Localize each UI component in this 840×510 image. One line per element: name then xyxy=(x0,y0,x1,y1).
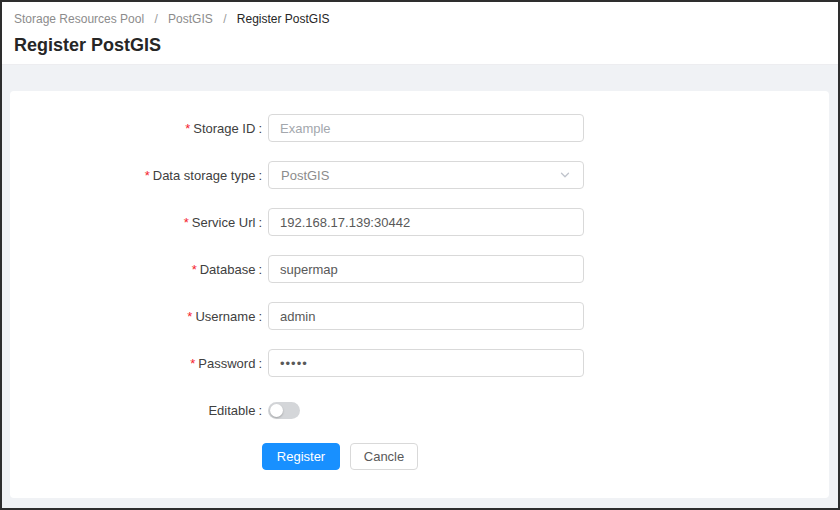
field-label-text: Password xyxy=(198,356,255,371)
label-colon: : xyxy=(258,168,262,183)
data-storage-type-select[interactable]: PostGIS xyxy=(268,161,584,189)
field-label-database: *Database: xyxy=(10,262,262,277)
toggle-knob xyxy=(270,404,283,417)
password-input[interactable] xyxy=(268,349,584,377)
breadcrumb-item-postgis[interactable]: PostGIS xyxy=(168,12,213,26)
required-asterisk: * xyxy=(187,309,192,324)
form-row-editable: Editable: xyxy=(10,396,829,424)
form-row-username: *Username: xyxy=(10,302,829,330)
label-colon: : xyxy=(258,215,262,230)
breadcrumb-separator: / xyxy=(154,12,157,26)
register-form-card: *Storage ID: *Data storage type: PostGIS xyxy=(10,91,829,498)
select-selected-value: PostGIS xyxy=(281,168,329,183)
app-window: Storage Resources Pool / PostGIS / Regis… xyxy=(0,0,840,510)
form-row-data-storage-type: *Data storage type: PostGIS xyxy=(10,161,829,189)
page-body: *Storage ID: *Data storage type: PostGIS xyxy=(2,65,838,508)
required-asterisk: * xyxy=(192,262,197,277)
breadcrumb-item-register-postgis: Register PostGIS xyxy=(237,12,330,26)
breadcrumb: Storage Resources Pool / PostGIS / Regis… xyxy=(14,11,826,27)
required-asterisk: * xyxy=(190,356,195,371)
chevron-down-icon xyxy=(559,169,571,181)
label-colon: : xyxy=(258,121,262,136)
label-colon: : xyxy=(258,403,262,418)
field-label-text: Username xyxy=(195,309,255,324)
cancel-button[interactable]: Cancle xyxy=(350,443,418,470)
editable-toggle[interactable] xyxy=(268,402,300,419)
field-label-text: Storage ID xyxy=(193,121,255,136)
database-input[interactable] xyxy=(268,255,584,283)
field-label-username: *Username: xyxy=(10,309,262,324)
required-asterisk: * xyxy=(184,215,189,230)
required-asterisk: * xyxy=(145,168,150,183)
form-row-storage-id: *Storage ID: xyxy=(10,114,829,142)
label-colon: : xyxy=(258,356,262,371)
field-label-service-url: *Service Url: xyxy=(10,215,262,230)
form-row-database: *Database: xyxy=(10,255,829,283)
register-button[interactable]: Register xyxy=(262,443,340,470)
username-input[interactable] xyxy=(268,302,584,330)
page-title: Register PostGIS xyxy=(14,34,826,56)
required-asterisk: * xyxy=(185,121,190,136)
page-header: Storage Resources Pool / PostGIS / Regis… xyxy=(2,2,838,65)
field-label-password: *Password: xyxy=(10,356,262,371)
label-colon: : xyxy=(258,262,262,277)
form-actions: Register Cancle xyxy=(10,443,829,470)
field-label-text: Editable xyxy=(208,403,255,418)
field-label-data-storage-type: *Data storage type: xyxy=(10,168,262,183)
breadcrumb-separator: / xyxy=(223,12,226,26)
label-colon: : xyxy=(258,309,262,324)
field-label-editable: Editable: xyxy=(10,403,262,418)
service-url-input[interactable] xyxy=(268,208,584,236)
field-label-text: Service Url xyxy=(192,215,256,230)
field-label-text: Database xyxy=(200,262,256,277)
field-label-storage-id: *Storage ID: xyxy=(10,121,262,136)
storage-id-input[interactable] xyxy=(268,114,584,142)
form-row-service-url: *Service Url: xyxy=(10,208,829,236)
breadcrumb-item-storage-resources-pool[interactable]: Storage Resources Pool xyxy=(14,12,144,26)
form-row-password: *Password: xyxy=(10,349,829,377)
field-label-text: Data storage type xyxy=(153,168,256,183)
